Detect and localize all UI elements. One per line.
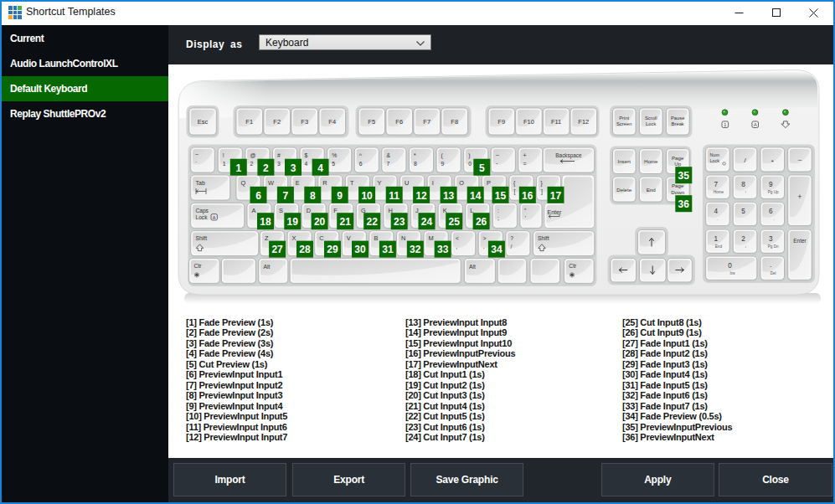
svg-text:36: 36 bbox=[678, 198, 690, 210]
svg-text:C: C bbox=[319, 234, 324, 242]
svg-text:19: 19 bbox=[287, 216, 299, 228]
svg-text:6: 6 bbox=[359, 161, 363, 167]
svg-text:;: ; bbox=[497, 215, 499, 221]
svg-text:8: 8 bbox=[310, 190, 316, 202]
svg-text:29: 29 bbox=[327, 244, 338, 255]
svg-text:X: X bbox=[292, 234, 296, 242]
svg-text:Pause: Pause bbox=[671, 116, 684, 121]
svg-text:Y: Y bbox=[378, 179, 382, 187]
svg-text:4: 4 bbox=[714, 208, 719, 215]
svg-text:Pg Up: Pg Up bbox=[768, 190, 779, 194]
svg-text:Scroll: Scroll bbox=[645, 116, 657, 121]
svg-text:22: 22 bbox=[367, 216, 379, 228]
svg-text:F9: F9 bbox=[497, 118, 505, 126]
svg-text:<: < bbox=[456, 235, 459, 241]
svg-text:Home: Home bbox=[644, 158, 658, 164]
svg-text:I: I bbox=[432, 179, 434, 187]
svg-text:1: 1 bbox=[714, 235, 719, 243]
svg-text:7: 7 bbox=[283, 190, 289, 202]
svg-text:Shift: Shift bbox=[538, 235, 549, 241]
svg-text:32: 32 bbox=[410, 244, 421, 255]
svg-text:6: 6 bbox=[255, 190, 261, 202]
svg-text:Ctr: Ctr bbox=[194, 263, 203, 269]
svg-text:D: D bbox=[307, 207, 311, 214]
svg-text:10: 10 bbox=[361, 190, 373, 202]
svg-text:2: 2 bbox=[741, 235, 745, 243]
svg-text:*: * bbox=[771, 158, 774, 166]
svg-text:6: 6 bbox=[769, 208, 773, 215]
svg-text:%: % bbox=[332, 152, 337, 158]
svg-text:5: 5 bbox=[332, 161, 335, 167]
svg-text:O: O bbox=[459, 179, 464, 187]
svg-text:E: E bbox=[296, 179, 300, 187]
svg-text:[: [ bbox=[514, 188, 516, 195]
svg-text:.: . bbox=[483, 244, 485, 249]
svg-text:11: 11 bbox=[389, 190, 399, 202]
svg-text:F11: F11 bbox=[551, 118, 561, 126]
svg-text:13: 13 bbox=[443, 190, 455, 202]
svg-text:P: P bbox=[487, 179, 491, 187]
svg-text:Alt: Alt bbox=[264, 264, 271, 270]
svg-text:1: 1 bbox=[724, 121, 727, 127]
svg-text:A: A bbox=[213, 215, 216, 220]
svg-text:Ctr: Ctr bbox=[569, 263, 577, 269]
svg-text:27: 27 bbox=[271, 244, 283, 255]
svg-text:+: + bbox=[523, 152, 526, 158]
svg-text:23: 23 bbox=[394, 216, 405, 228]
svg-text:A: A bbox=[252, 207, 256, 214]
svg-text:S: S bbox=[279, 207, 283, 214]
svg-text:–: – bbox=[496, 152, 499, 157]
svg-text:3: 3 bbox=[769, 235, 773, 243]
svg-text:16: 16 bbox=[522, 190, 533, 202]
svg-text:=: = bbox=[523, 161, 526, 167]
svg-text:1: 1 bbox=[223, 161, 226, 167]
svg-text:Up: Up bbox=[674, 161, 681, 167]
svg-text:9: 9 bbox=[337, 190, 343, 202]
svg-text:0: 0 bbox=[468, 161, 472, 167]
svg-text:25: 25 bbox=[449, 216, 461, 228]
svg-text:26: 26 bbox=[476, 216, 487, 228]
svg-text:–: – bbox=[798, 156, 802, 163]
svg-text:←: ← bbox=[717, 217, 721, 221]
svg-text:Num: Num bbox=[710, 152, 720, 157]
svg-text:14: 14 bbox=[470, 190, 482, 202]
svg-text:Q: Q bbox=[241, 179, 246, 187]
svg-text:4: 4 bbox=[305, 161, 308, 167]
svg-text::: : bbox=[497, 208, 499, 213]
svg-text:End: End bbox=[647, 187, 657, 193]
svg-text:Home: Home bbox=[714, 190, 724, 194]
svg-text:): ) bbox=[468, 152, 470, 159]
svg-text:5: 5 bbox=[479, 162, 485, 174]
svg-text:R: R bbox=[322, 179, 327, 187]
svg-text:Enter: Enter bbox=[793, 238, 807, 244]
svg-text:~: ~ bbox=[195, 152, 198, 157]
svg-text:Delete: Delete bbox=[616, 187, 631, 193]
svg-text:↓: ↓ bbox=[745, 244, 746, 249]
svg-text:Tab: Tab bbox=[196, 180, 205, 186]
svg-text:@: @ bbox=[250, 152, 255, 158]
svg-text:F5: F5 bbox=[368, 118, 375, 126]
svg-text:F3: F3 bbox=[301, 118, 308, 126]
svg-text:2: 2 bbox=[263, 162, 269, 174]
svg-text:Shift: Shift bbox=[196, 235, 208, 241]
svg-text:Lock: Lock bbox=[710, 158, 720, 163]
svg-text:Page: Page bbox=[672, 155, 684, 161]
svg-text:?: ? bbox=[510, 235, 513, 241]
svg-text:21: 21 bbox=[340, 216, 352, 228]
svg-text:31: 31 bbox=[382, 244, 394, 255]
svg-text:Backspace: Backspace bbox=[555, 152, 582, 159]
svg-text:B: B bbox=[374, 234, 378, 242]
svg-text:/: / bbox=[510, 244, 512, 249]
svg-text:!: ! bbox=[223, 152, 224, 158]
svg-text:F6: F6 bbox=[395, 118, 403, 126]
svg-text:F8: F8 bbox=[451, 118, 458, 126]
svg-text:35: 35 bbox=[678, 170, 690, 182]
svg-text:30: 30 bbox=[354, 244, 366, 255]
svg-text:3: 3 bbox=[291, 162, 296, 174]
svg-text:W: W bbox=[268, 179, 274, 187]
svg-text:]: ] bbox=[541, 188, 543, 195]
svg-text:U: U bbox=[405, 179, 409, 187]
svg-text:$: $ bbox=[305, 152, 308, 158]
svg-text:F7: F7 bbox=[423, 118, 430, 126]
svg-text:Insert: Insert bbox=[617, 158, 631, 164]
